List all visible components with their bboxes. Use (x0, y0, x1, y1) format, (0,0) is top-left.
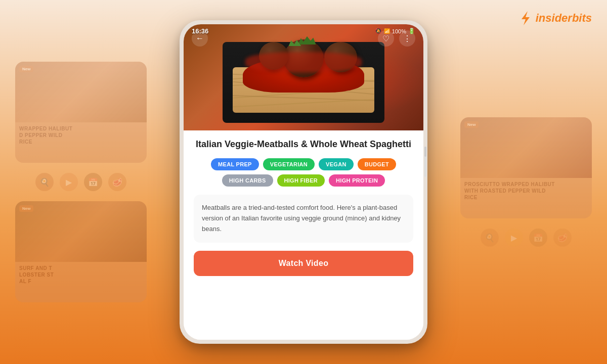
tag-high-carbs: HIGH CARBS (222, 174, 273, 187)
battery-text: 100% (392, 28, 406, 34)
phone-container: 16:36 🔕 📶 100% 🔋 ← ♡ (180, 20, 427, 344)
phone-outer: 16:36 🔕 📶 100% 🔋 ← ♡ (180, 20, 427, 344)
tags-container: MEAL PREP VEGETARIAN VEGAN BUDGET HIGH C… (194, 158, 413, 187)
svg-marker-0 (522, 11, 530, 25)
phone-inner: 16:36 🔕 📶 100% 🔋 ← ♡ (184, 24, 423, 340)
content-area: Italian Veggie-Meatballs & Whole Wheat S… (184, 130, 423, 340)
logo-bolt-icon (517, 10, 534, 26)
description-text: Meatballs are a tried-and-tested comfort… (202, 203, 405, 234)
tag-meal-prep: MEAL PREP (211, 158, 259, 170)
tag-high-protein: HIGH PROTEIN (329, 174, 385, 187)
tag-vegetarian: VEGETARIAN (263, 158, 315, 170)
tag-high-fiber: HIGH FIBER (277, 174, 325, 187)
battery-icon: 🔋 (408, 28, 415, 34)
description-box: Meatballs are a tried-and-tested comfort… (194, 195, 413, 242)
insiderbits-logo: insiderbits (517, 10, 592, 26)
bg-food-left: New WRAPPED HALIBUTD PEPPER WILDRICE 🍳 ▶… (0, 0, 162, 364)
mute-icon: 🔕 (375, 28, 382, 34)
status-icons: 🔕 📶 100% 🔋 (375, 28, 415, 34)
logo-black-text: insider (536, 12, 572, 24)
heart-icon: ♡ (382, 34, 389, 43)
recipe-title: Italian Veggie-Meatballs & Whole Wheat S… (194, 139, 413, 150)
wifi-icon: 📶 (384, 28, 390, 34)
bg-food-right: New PROSCIUTTO WRAPPED HALIBUTWITH ROAST… (445, 0, 607, 364)
hero-image: 16:36 🔕 📶 100% 🔋 ← ♡ (184, 24, 423, 130)
bg-food-card-left-1: New WRAPPED HALIBUTD PEPPER WILDRICE (15, 62, 147, 163)
logo-text: insiderbits (536, 12, 592, 25)
watch-video-button[interactable]: Watch Video (194, 251, 413, 276)
bg-food-card-right-1: New PROSCIUTTO WRAPPED HALIBUTWITH ROAST… (460, 117, 592, 218)
more-icon: ⋮ (403, 34, 411, 43)
status-time: 16:36 (192, 27, 208, 35)
bg-food-card-left-2: New SURF AND TLOBSTER STAL F (15, 201, 147, 302)
tag-budget: BUDGET (358, 158, 396, 170)
back-icon: ← (196, 34, 204, 43)
bg-icons-left: 🍳 ▶ 📅 🥩 (35, 173, 126, 191)
tag-vegan: VEGAN (319, 158, 354, 170)
logo-orange-text: bits (572, 12, 592, 24)
bg-icons-right: 🍳 ▶ 📅 🥩 (481, 229, 572, 247)
